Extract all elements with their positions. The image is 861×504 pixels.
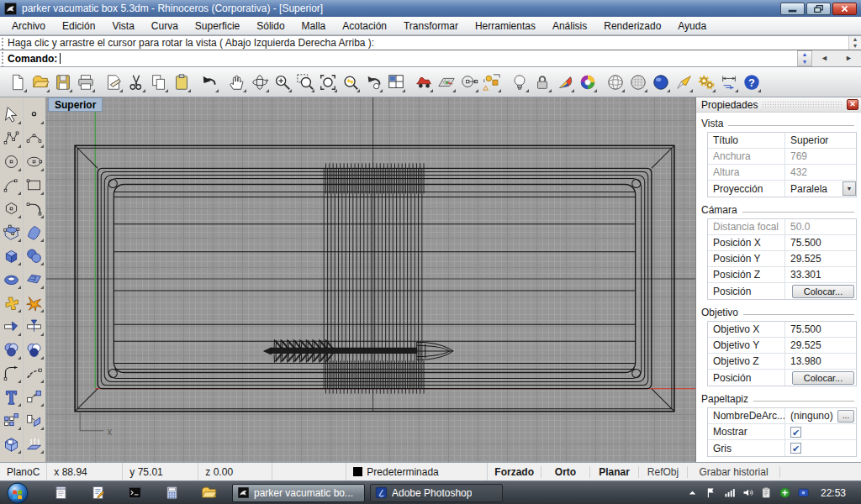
menu-curva[interactable]: Curva (143, 18, 187, 34)
toolbar-ghosted-sphere-button[interactable] (626, 71, 649, 94)
start-button[interactable] (3, 482, 32, 504)
toolbar-move-car-button[interactable] (412, 71, 435, 94)
tray-network-signal[interactable] (723, 486, 736, 499)
properties-close-icon[interactable]: ✕ (847, 99, 858, 110)
projection-dropdown-icon[interactable]: ▼ (843, 181, 856, 196)
tray-tray-expand[interactable] (686, 486, 699, 499)
status-toggle-orto[interactable]: Orto (541, 466, 590, 478)
toolbar-cut-button[interactable] (124, 71, 147, 94)
taskbar-task-photoshop[interactable]: Adobe Photoshop (370, 484, 503, 502)
menu-transformar[interactable]: Transformar (395, 18, 467, 34)
cplane-button[interactable]: PlanoC (0, 463, 47, 480)
menu-vista[interactable]: Vista (103, 18, 142, 34)
menu-renderizado[interactable]: Renderizado (595, 18, 669, 34)
toolbar-paste-button[interactable] (170, 71, 193, 94)
prop-value[interactable]: 75.500 (790, 237, 821, 249)
minimize-button[interactable] (780, 3, 805, 15)
history-scrollbar[interactable]: ▲ ▼ (848, 36, 861, 50)
status-toggle-refobj[interactable]: RefObj (639, 466, 688, 478)
taskbar-clock[interactable]: 22:53 (821, 487, 846, 499)
toolbar-undo-button[interactable] (198, 71, 220, 94)
tool-arc-button[interactable] (0, 173, 23, 197)
colocar-button[interactable]: Colocar... (792, 285, 854, 298)
toolbar-new-document-button[interactable] (6, 71, 29, 94)
prop-value[interactable]: Superior (790, 134, 828, 146)
tool-solid-torus-button[interactable] (0, 267, 23, 291)
scroll-down-icon[interactable]: ▼ (849, 43, 861, 50)
tool-solid-spheres-button[interactable] (23, 244, 45, 267)
toolbar-help-button[interactable]: ? (740, 71, 763, 94)
command-hscroll[interactable]: ◄ ► (812, 50, 861, 66)
tool-surface-curved-button[interactable] (23, 220, 45, 244)
viewport-title[interactable]: Superior (48, 97, 103, 112)
tray-volume[interactable] (742, 486, 754, 499)
menu-archivo[interactable]: Archivo (3, 18, 54, 34)
toolbar-viewport-layout-button[interactable] (384, 71, 407, 94)
toolbar-pan-button[interactable] (225, 71, 248, 94)
menu-ayuda[interactable]: Ayuda (669, 18, 715, 34)
toolbar-osnap-button[interactable] (457, 71, 480, 94)
toolbar-color-wheel-button[interactable] (576, 71, 599, 94)
toolbar-dimension-button[interactable] (717, 71, 740, 94)
tool-control-point-curve-button[interactable] (0, 126, 23, 150)
tool-ellipse-button[interactable] (23, 150, 45, 173)
toolbar-wireframe-sphere-button[interactable] (604, 71, 626, 94)
status-toggle-grabarhistorial[interactable]: Grabar historial (688, 466, 780, 478)
toolbar-open-file-button[interactable] (29, 71, 51, 94)
toolbar-cplane-button[interactable] (435, 71, 457, 94)
toolbar-zoom-window-button[interactable] (293, 71, 316, 94)
tool-boolean-union-button[interactable] (0, 338, 23, 361)
toolbar-rotate-view-button[interactable] (248, 71, 271, 94)
toolbar-spotlight-button[interactable] (672, 71, 695, 94)
tool-extend-button[interactable] (23, 361, 45, 385)
prop-value[interactable]: 29.525 (790, 253, 821, 265)
quicklaunch-calculator-button[interactable] (153, 483, 190, 503)
quicklaunch-cmd-prompt-button[interactable] (116, 483, 153, 503)
toolbar-zoom-extents-button[interactable] (316, 71, 339, 94)
toolbar-zoom-in-button[interactable] (271, 71, 293, 94)
tray-blue-app[interactable] (797, 486, 810, 499)
tool-interpolate-curve-button[interactable] (23, 126, 45, 150)
tool-text-button[interactable] (0, 385, 23, 408)
scroll-up-icon[interactable]: ▲ (849, 36, 861, 43)
tool-fillet-button[interactable] (0, 361, 23, 385)
status-toggle-planar[interactable]: Planar (590, 466, 639, 478)
tool-extrude-button[interactable] (23, 432, 45, 455)
tray-action-center-flag[interactable] (705, 486, 717, 499)
tool-rectangle-button[interactable] (23, 173, 45, 197)
menu-superficie[interactable]: Superficie (187, 18, 248, 34)
toolbar-lamp-button[interactable] (508, 71, 531, 94)
toolbar-flamingo-render-button[interactable] (553, 71, 576, 94)
menu-anlisis[interactable]: Análisis (544, 18, 595, 34)
quicklaunch-wordpad-button[interactable] (79, 483, 116, 503)
toolbar-undo-view-button[interactable] (362, 71, 384, 94)
browse-file-button[interactable]: ... (837, 410, 854, 423)
tool-explode-button[interactable] (23, 291, 45, 314)
tool-join-puzzle-button[interactable] (0, 291, 23, 314)
toolbar-options-gears-button[interactable] (695, 71, 717, 94)
tool-split-button[interactable] (23, 314, 45, 338)
prop-value[interactable]: 13.980 (790, 355, 821, 367)
tool-array-button[interactable] (0, 408, 23, 432)
tray-clipboard[interactable] (760, 486, 773, 499)
tool-point-button[interactable] (23, 102, 45, 126)
tray-antivirus[interactable] (779, 486, 791, 499)
tool-boolean-difference-button[interactable] (23, 338, 45, 361)
command-spinner[interactable]: ▲ ▼ (797, 50, 812, 66)
quicklaunch-notepad-button[interactable] (42, 483, 79, 503)
menu-edicin[interactable]: Edición (54, 18, 103, 34)
tool-conic-button[interactable] (23, 197, 45, 220)
scroll-right-icon[interactable]: ► (837, 50, 861, 66)
colocar-button[interactable]: Colocar... (792, 371, 854, 385)
tool-select-arrow-button[interactable] (0, 102, 23, 126)
toolbar-lock-button[interactable] (531, 71, 553, 94)
tool-move-button[interactable] (23, 385, 45, 408)
close-button[interactable] (832, 3, 857, 15)
spinner-up-icon[interactable]: ▲ (798, 51, 811, 59)
menu-malla[interactable]: Malla (293, 18, 335, 34)
properties-header[interactable]: Propiedades ✕ (696, 97, 861, 113)
spinner-down-icon[interactable]: ▼ (798, 59, 811, 66)
tool-orient-button[interactable] (23, 408, 45, 432)
tool-solid-box-button[interactable] (0, 244, 23, 267)
restore-button[interactable] (806, 3, 831, 15)
